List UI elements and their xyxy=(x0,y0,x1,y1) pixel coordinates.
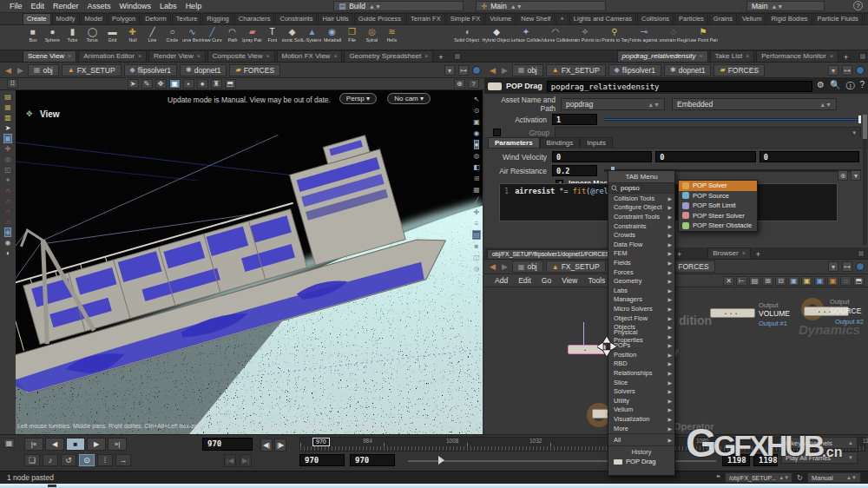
menu-labs[interactable]: Labs xyxy=(155,2,181,10)
select-arrow-icon[interactable]: ➤ xyxy=(5,124,11,132)
move-tool-icon[interactable]: ✥ xyxy=(155,79,167,89)
nav-back-icon[interactable]: ◀ xyxy=(488,66,497,75)
menu-render[interactable]: Render xyxy=(49,2,83,10)
play-forward-button[interactable]: ▶ xyxy=(87,438,106,451)
shelf-tool-line[interactable]: ╱Line xyxy=(142,25,162,49)
close-tab-icon[interactable]: × xyxy=(197,53,201,59)
shelf-tab-texture[interactable]: Texture xyxy=(172,13,202,24)
node-name-field[interactable]: popdrag_relativedensity xyxy=(547,81,812,92)
range-slider-handle[interactable] xyxy=(438,456,444,465)
crumb-flipsolver1[interactable]: ◆flipsolver1 xyxy=(608,64,661,76)
net-color3-icon[interactable]: ▣ xyxy=(814,276,825,286)
update-mode-selector[interactable]: Manual▲▼ xyxy=(807,472,861,483)
crumb-fx-setup[interactable]: ▲FX_SETUP xyxy=(62,64,122,76)
menu-assets[interactable]: Assets xyxy=(83,2,115,10)
shelf-tab-deform[interactable]: Deform xyxy=(141,13,171,24)
pane-tab-take-list[interactable]: Take List× xyxy=(710,50,755,62)
net-list-icon[interactable]: ▤ xyxy=(749,276,760,286)
shelf-tool-circle[interactable]: ○Circle xyxy=(162,25,182,49)
nav-back-icon[interactable]: ◀ xyxy=(3,66,13,75)
close-tab-icon[interactable]: × xyxy=(138,53,141,59)
toolbar-help-icon[interactable]: ? xyxy=(468,79,479,89)
shelf-tool-tube[interactable]: ▮Tube xyxy=(62,25,82,49)
shelf-tool-draw-curve[interactable]: ╱Draw Curve xyxy=(202,25,222,49)
close-tab-icon[interactable]: × xyxy=(333,53,337,59)
close-tab-icon[interactable]: × xyxy=(830,53,833,59)
activation-field[interactable]: 1 xyxy=(552,114,597,125)
net-color1-icon[interactable]: ▣ xyxy=(788,276,799,286)
nav-forward-icon[interactable]: ▶ xyxy=(500,66,510,75)
pin-icon[interactable]: ⊶ xyxy=(842,261,852,272)
vex-expand-icon[interactable]: ⊕ xyxy=(838,170,848,181)
close-tab-icon[interactable]: × xyxy=(746,53,749,59)
sim-cache-icon[interactable]: ⊙ xyxy=(79,454,95,466)
handles-tool-icon[interactable]: ▣ xyxy=(169,79,181,89)
shelf-tab-item[interactable]: + xyxy=(556,13,568,24)
group-checkbox[interactable] xyxy=(493,129,501,136)
info-display-icon[interactable]: ◎ xyxy=(474,265,480,273)
shelf-tab-hair-utils[interactable]: Hair Utils xyxy=(318,13,352,24)
tab-menu-visualization[interactable]: Visualization▶ xyxy=(608,414,674,424)
shelf-tool-grid[interactable]: ▬Grid xyxy=(102,25,122,49)
crumb-forces[interactable]: ▰FORCES xyxy=(229,64,280,76)
range-end-field[interactable]: 970 xyxy=(350,454,395,466)
crumb-dopnet1[interactable]: ✱dopnet1 xyxy=(664,64,711,76)
tab-menu-micro-solvers[interactable]: Micro Solvers▶ xyxy=(608,304,674,313)
ruler-icon[interactable]: ╱ xyxy=(475,197,479,205)
pane-split-icon-2[interactable] xyxy=(859,53,866,60)
snapshot-icon[interactable]: ⊞ xyxy=(474,175,480,182)
status-path-selector[interactable]: /obj/FX_SETUP...▲▼ xyxy=(725,472,792,483)
pane-tab-render-view[interactable]: Render View× xyxy=(148,50,206,62)
select-mode-icon[interactable]: ➤ xyxy=(128,79,139,89)
right-scene-selector[interactable]: Main ▲▼ xyxy=(746,1,825,11)
shelf-tool-slide-points-against-targ[interactable]: ⊸Slide Points against Targ... xyxy=(629,25,659,49)
new-pane-tab-button[interactable]: + xyxy=(435,53,446,62)
camera-select-button[interactable]: No cam ▾ xyxy=(387,93,431,104)
global-end-field[interactable]: 1198 xyxy=(722,454,750,466)
scale-handle-icon[interactable]: ◱ xyxy=(4,166,11,174)
flipbook-icon[interactable]: ◖ xyxy=(6,249,10,257)
pane-tab-animation-editor[interactable]: Animation Editor× xyxy=(78,50,147,62)
wind-velocity-field-0[interactable]: 0 xyxy=(552,151,652,162)
browser-tab[interactable]: Browser× xyxy=(707,247,750,259)
range-start-field[interactable]: 970 xyxy=(299,454,345,466)
param-tab-bindings[interactable]: Bindings xyxy=(540,137,581,148)
crumb-fx-setup[interactable]: ▲FX_SETUP xyxy=(546,64,606,76)
shelf-tab-viscous-fluids[interactable]: Viscous Fluids xyxy=(864,13,868,24)
menu-edit[interactable]: Edit xyxy=(27,2,49,10)
walk-tool-icon[interactable]: ◉ xyxy=(5,239,11,247)
tab-menu-constraints[interactable]: Constraints▶ xyxy=(608,221,674,231)
goto-end-icon[interactable]: → xyxy=(115,454,131,466)
current-frame-field[interactable]: 970 xyxy=(202,438,253,451)
shelf-tab-particles[interactable]: Particles xyxy=(674,13,708,24)
snap-point-icon[interactable]: ∩ xyxy=(5,208,10,215)
crumb-flipsolver1[interactable]: ◆flipsolver1 xyxy=(124,64,177,76)
close-tab-icon[interactable]: × xyxy=(68,53,71,59)
tab-menu-configure-object[interactable]: Configure Object▶ xyxy=(608,203,674,213)
tab-menu-crowds[interactable]: Crowds▶ xyxy=(608,230,674,240)
sim-reset-icon[interactable]: ● xyxy=(197,79,208,89)
layout-wide-icon[interactable]: ▥ xyxy=(4,114,11,122)
keys-channels-selector[interactable]: 0 keys/channels▲ xyxy=(781,437,858,449)
tab-menu-constraint-tools[interactable]: Constraint Tools▶ xyxy=(608,212,674,221)
crumb-fx-setup[interactable]: ▲FX_SETUP xyxy=(546,260,606,273)
param-tab-inputs[interactable]: Inputs xyxy=(580,137,613,148)
pane-split-icon[interactable] xyxy=(858,250,865,257)
pane-tab-performance-monitor[interactable]: Performance Monitor× xyxy=(756,50,838,62)
menu-windows[interactable]: Windows xyxy=(115,2,156,10)
shelf-tab-volume[interactable]: Volume xyxy=(485,13,516,24)
asset-path-dropdown[interactable]: Embedded▲▼ xyxy=(672,98,837,110)
shelf-tool-volume-collider[interactable]: ◠Volume Collider xyxy=(541,25,570,49)
search-icon[interactable]: 🔍 xyxy=(830,80,840,92)
submenu-pop-steer-solver[interactable]: POP Steer Solver xyxy=(679,211,757,221)
net-snap-icon[interactable]: ⬒ xyxy=(853,276,865,286)
lock-view-icon[interactable]: ▣ xyxy=(473,118,480,126)
shelf-tool-curve-bezier[interactable]: ∿Curve Bezier xyxy=(182,25,202,49)
pose-icon[interactable]: ✦ xyxy=(5,176,11,184)
shelf-tool-path[interactable]: ◠Path xyxy=(222,25,242,49)
shelf-tool-solid-object[interactable]: ◖Solid Object xyxy=(452,25,482,49)
display-normals-icon[interactable]: ◫ xyxy=(473,254,480,261)
desktop-selector[interactable]: ▤ Build ▲▼ xyxy=(333,1,464,11)
param-scrollbar[interactable] xyxy=(863,115,867,245)
shelf-tool-constrain-points-to-ta[interactable]: ✧Constrain Points to Ta... xyxy=(570,25,600,49)
